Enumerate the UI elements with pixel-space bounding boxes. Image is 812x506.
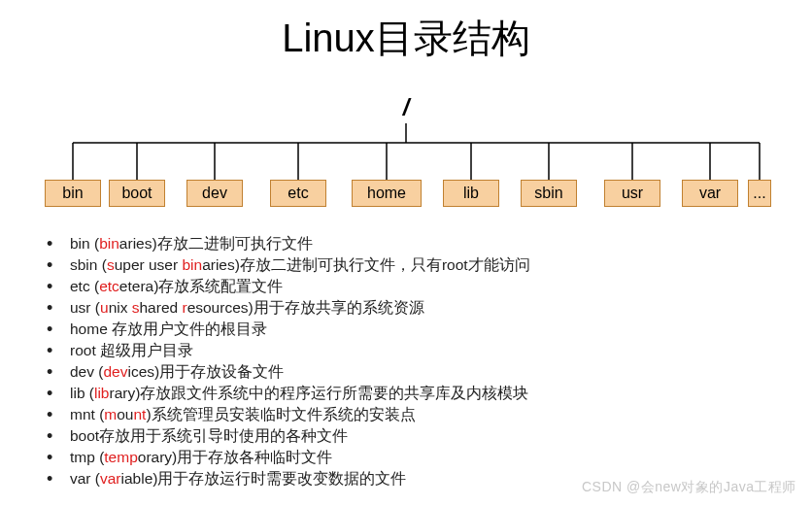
text: tmp ( [70,449,104,465]
text: lib ( [70,385,94,401]
dir-box-var: var [682,180,738,207]
dir-box-moremoremore: ... [748,180,771,207]
list-item: bin (binaries)存放二进制可执行文件 [47,233,812,254]
text: sbin ( [70,256,107,273]
highlight-text: s [107,256,115,273]
text: hared [140,299,183,316]
text: bin ( [70,235,99,252]
dir-box-usr: usr [604,180,660,207]
list-item: root 超级用户目录 [47,340,812,361]
highlight-text: var [100,470,121,487]
root-node: / [403,94,410,121]
dir-box-dev: dev [186,180,243,207]
list-item: etc (etcetera)存放系统配置文件 [47,276,812,297]
highlight-text: lib [94,385,110,401]
text: ices)用于存放设备文件 [127,363,284,380]
text: nix [109,299,132,316]
tree-connectors [37,121,775,180]
text: rary)存放跟文件系统中的程序运行所需要的共享库及内核模块 [110,385,529,401]
text: var ( [70,470,100,487]
list-item: mnt (mount)系统管理员安装临时文件系统的安装点 [47,404,812,425]
dir-box-bin: bin [45,180,101,207]
dir-box-sbin: sbin [521,180,577,207]
text: aries)存放二进制可执行文件，只有root才能访问 [202,256,529,273]
text: aries)存放二进制可执行文件 [119,235,313,252]
dir-box-lib: lib [443,180,499,207]
highlight-text: nt [133,406,146,422]
list-item: sbin (super user binaries)存放二进制可执行文件，只有r… [47,254,812,276]
highlight-text: u [100,299,109,316]
list-item: dev (devices)用于存放设备文件 [47,361,812,383]
directory-description-list: bin (binaries)存放二进制可执行文件sbin (super user… [47,233,812,489]
text: mnt ( [70,406,104,422]
text: usr ( [70,299,100,316]
dir-box-etc: etc [270,180,326,207]
page-title: Linux目录结构 [0,12,812,65]
highlight-text: dev [103,363,127,380]
highlight-text: bin [182,256,202,273]
text: etera)存放系统配置文件 [119,278,284,294]
text: uper user [115,256,183,273]
highlight-text: etc [99,278,119,294]
highlight-text: m [104,406,117,422]
text: ou [117,406,133,422]
text: boot存放用于系统引导时使用的各种文件 [70,427,348,444]
watermark: CSDN @会new对象的Java工程师 [582,479,796,496]
text: home 存放用户文件的根目录 [70,320,267,337]
text: esources)用于存放共享的系统资源 [187,299,424,316]
text: etc ( [70,278,99,294]
text: iable)用于存放运行时需要改变数据的文件 [121,470,407,487]
list-item: usr (unix shared resources)用于存放共享的系统资源 [47,297,812,319]
text: root 超级用户目录 [70,342,193,358]
text: )系统管理员安装临时文件系统的安装点 [146,406,415,422]
directory-tree: / binbootdevetchomelibsbinusrvar... [37,94,775,216]
list-item: boot存放用于系统引导时使用的各种文件 [47,425,812,447]
highlight-text: s [132,299,140,316]
list-item: lib (library)存放跟文件系统中的程序运行所需要的共享库及内核模块 [47,383,812,404]
dir-box-boot: boot [109,180,165,207]
text: orary)用于存放各种临时文件 [138,449,332,465]
highlight-text: bin [99,235,119,252]
list-item: home 存放用户文件的根目录 [47,319,812,340]
text: dev ( [70,363,103,380]
highlight-text: temp [104,449,137,465]
list-item: tmp (temporary)用于存放各种临时文件 [47,447,812,468]
dir-box-home: home [352,180,422,207]
